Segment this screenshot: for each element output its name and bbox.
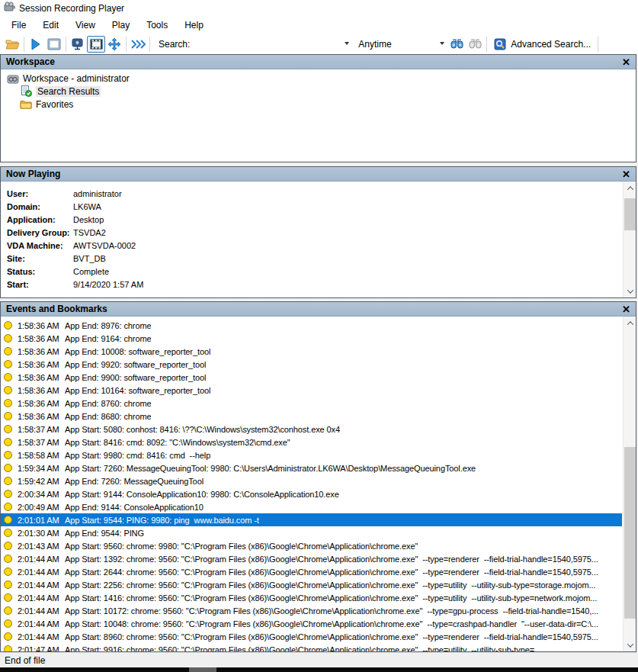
event-text: App End: 9920: software_reporter_tool	[65, 360, 206, 369]
scrollbar-thumb[interactable]	[624, 198, 636, 230]
tree-item-label: Workspace - administrator	[23, 73, 130, 84]
event-bookmark-icon	[4, 334, 12, 342]
more-chevrons-button[interactable]	[129, 36, 147, 53]
event-row[interactable]: 1:58:36 AMApp End: 9920: software_report…	[1, 358, 622, 371]
event-row[interactable]: 1:58:36 AMApp End: 9900: software_report…	[1, 371, 622, 384]
event-text: App Start: 7260: MessageQueuingTool: 998…	[65, 464, 476, 473]
find-previous-button[interactable]	[466, 36, 484, 53]
event-time: 2:01:44 AM	[18, 632, 65, 641]
event-row[interactable]: 1:59:34 AMApp Start: 7260: MessageQueuin…	[1, 461, 622, 474]
find-next-button[interactable]	[447, 36, 466, 53]
event-row[interactable]: 2:00:34 AMApp Start: 9144: ConsoleApplic…	[1, 487, 622, 500]
now-playing-field: Delivery Group:TSVDA2	[7, 226, 636, 239]
event-row[interactable]: 1:58:36 AMApp End: 8680: chrome	[1, 410, 622, 423]
status-bar: End of file	[0, 652, 638, 667]
taskbar-segment	[189, 667, 216, 672]
event-row[interactable]: 1:58:36 AMApp End: 8760: chrome	[1, 397, 622, 410]
player-window-button[interactable]	[45, 36, 63, 53]
toolbar-separator	[486, 37, 487, 52]
event-row[interactable]: 1:59:42 AMApp End: 7260: MessageQueuingT…	[1, 474, 622, 487]
event-row[interactable]: 1:58:36 AMApp End: 9164: chrome	[1, 332, 622, 345]
scrollbar-thumb[interactable]	[624, 447, 636, 619]
event-time: 2:01:47 AM	[18, 645, 65, 652]
play-button[interactable]	[27, 36, 45, 53]
menu-tools[interactable]: Tools	[138, 18, 176, 33]
event-row[interactable]: 1:58:37 AMApp Start: 8416: cmd: 8092: "C…	[1, 436, 622, 449]
event-time: 1:58:36 AM	[18, 399, 65, 408]
scroll-up-icon[interactable]	[624, 182, 636, 195]
close-icon[interactable]: ✕	[622, 57, 630, 67]
workspace-panel: Workspace ✕ Workspace - administratorSea…	[0, 54, 636, 162]
event-bookmark-icon	[4, 632, 12, 641]
snapshot-button[interactable]	[69, 36, 87, 53]
event-row[interactable]: 2:01:47 AMApp Start: 9916: chrome: 9560:…	[1, 643, 622, 651]
menu-edit[interactable]: Edit	[34, 18, 67, 33]
event-text: App Start: 1416: chrome: 9560: "C:\Progr…	[65, 593, 597, 603]
event-row[interactable]: 1:58:36 AMApp End: 8976: chrome	[1, 319, 622, 332]
event-bookmark-icon	[4, 555, 12, 563]
event-row[interactable]: 2:00:49 AMApp End: 9144: ConsoleApplicat…	[1, 500, 622, 513]
event-time: 2:01:30 AM	[18, 529, 65, 538]
event-row[interactable]: 2:01:44 AMApp Start: 10172: chrome: 9560…	[1, 604, 622, 617]
menu-view[interactable]: View	[67, 18, 104, 33]
event-row[interactable]: 1:58:36 AMApp End: 10164: software_repor…	[1, 384, 622, 397]
scroll-up-icon[interactable]	[624, 317, 636, 330]
events-panel: Events and Bookmarks ✕ 1:58:36 AMApp End…	[0, 301, 636, 652]
now-playing-scrollbar[interactable]	[623, 182, 636, 297]
field-label: VDA Machine:	[7, 241, 73, 250]
pan-button[interactable]	[105, 36, 123, 53]
event-row[interactable]: 2:01:44 AMApp Start: 2644: chrome: 9560:…	[1, 565, 622, 578]
app-icon	[4, 2, 15, 15]
event-row[interactable]: 2:01:44 AMApp Start: 8960: chrome: 9560:…	[1, 630, 622, 643]
event-text: App Start: 2256: chrome: 9560: "C:\Progr…	[65, 580, 595, 590]
event-time: 1:58:36 AM	[18, 386, 65, 395]
event-row[interactable]: 2:01:44 AMApp Start: 1416: chrome: 9560:…	[1, 591, 622, 604]
menu-help[interactable]: Help	[176, 18, 212, 33]
search-results-icon	[20, 86, 32, 97]
events-panel-title: Events and Bookmarks	[6, 304, 107, 314]
scroll-down-icon[interactable]	[624, 285, 636, 297]
event-bookmark-icon	[4, 619, 12, 628]
event-time: 2:01:44 AM	[18, 580, 65, 590]
field-label: Delivery Group:	[7, 228, 73, 237]
search-input[interactable]	[194, 37, 352, 52]
event-text: App Start: 8960: chrome: 9560: "C:\Progr…	[65, 632, 598, 641]
event-row[interactable]: 1:58:58 AMApp Start: 9980: cmd: 8416: cm…	[1, 449, 622, 461]
time-filter-value: Anytime	[358, 39, 391, 50]
menu-file[interactable]: File	[3, 18, 34, 33]
events-scrollbar[interactable]	[623, 317, 636, 651]
event-text: App Start: 5080: conhost: 8416: \??\C:\W…	[65, 425, 340, 434]
tree-item-workspace-administrator[interactable]: Workspace - administrator	[1, 72, 636, 85]
advanced-search-button[interactable]: Advanced Search...	[489, 37, 595, 52]
now-playing-field: Site:BVT_DB	[7, 252, 636, 265]
event-row[interactable]: 1:58:36 AMApp End: 10008: software_repor…	[1, 345, 622, 358]
time-filter-dropdown[interactable]: Anytime	[352, 37, 447, 52]
event-row[interactable]: 2:01:44 AMApp Start: 1392: chrome: 9560:…	[1, 552, 622, 565]
event-row[interactable]: 2:01:44 AMApp Start: 10048: chrome: 9560…	[1, 617, 622, 630]
event-bookmark-icon	[4, 347, 12, 355]
event-text: App Start: 9144: ConsoleApplication10: 9…	[65, 490, 339, 499]
event-row[interactable]: 2:01:30 AMApp End: 9544: PING	[1, 526, 622, 539]
close-icon[interactable]: ✕	[622, 304, 630, 314]
tree-item-favorites[interactable]: Favorites	[1, 98, 636, 111]
workspace-panel-header: Workspace ✕	[1, 55, 636, 69]
menu-play[interactable]: Play	[104, 18, 138, 33]
event-bookmark-icon	[4, 373, 12, 381]
event-bookmark-icon	[4, 360, 12, 368]
workspace-panel-title: Workspace	[6, 56, 55, 67]
event-bookmark-icon	[4, 464, 12, 472]
field-value: administrator	[73, 189, 122, 198]
event-row[interactable]: 2:01:01 AMApp Start: 9544: PING: 9980: p…	[1, 513, 622, 526]
event-time: 1:58:36 AM	[18, 334, 65, 343]
close-icon[interactable]: ✕	[622, 169, 630, 179]
open-button[interactable]	[3, 36, 21, 53]
event-row[interactable]: 1:58:37 AMApp Start: 5080: conhost: 8416…	[1, 423, 622, 436]
event-row[interactable]: 2:01:43 AMApp Start: 9560: chrome: 9980:…	[1, 539, 622, 552]
film-strip-button[interactable]	[87, 36, 105, 53]
event-text: App End: 7260: MessageQueuingTool	[65, 477, 204, 486]
title-bar: Session Recording Player	[0, 0, 638, 16]
event-text: App End: 8760: chrome	[65, 399, 151, 408]
tree-item-search-results[interactable]: Search Results	[1, 85, 636, 98]
scroll-down-icon[interactable]	[624, 638, 636, 651]
event-row[interactable]: 2:01:44 AMApp Start: 2256: chrome: 9560:…	[1, 578, 622, 591]
